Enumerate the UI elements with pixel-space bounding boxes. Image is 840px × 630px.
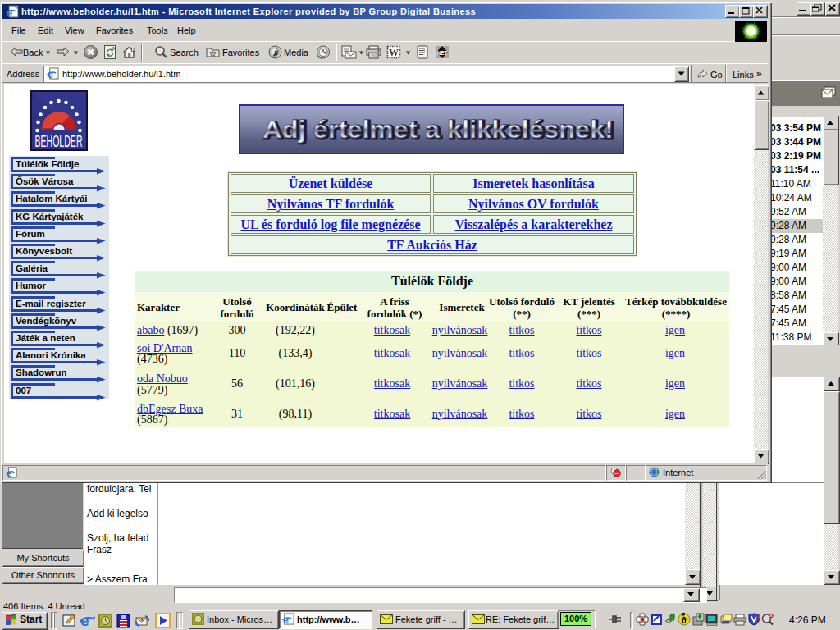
svg-text:e: e bbox=[283, 614, 289, 625]
svg-text:e: e bbox=[7, 7, 12, 18]
svg-text:Adj értelmet a klikkelésnek!: Adj értelmet a klikkelésnek! bbox=[262, 116, 614, 143]
svg-text:e: e bbox=[7, 468, 11, 478]
svg-text:W: W bbox=[389, 47, 399, 58]
svg-text:NET: NET bbox=[437, 50, 448, 56]
svg-text:e: e bbox=[48, 69, 53, 80]
svg-text:BEHOLDER: BEHOLDER bbox=[35, 131, 83, 151]
